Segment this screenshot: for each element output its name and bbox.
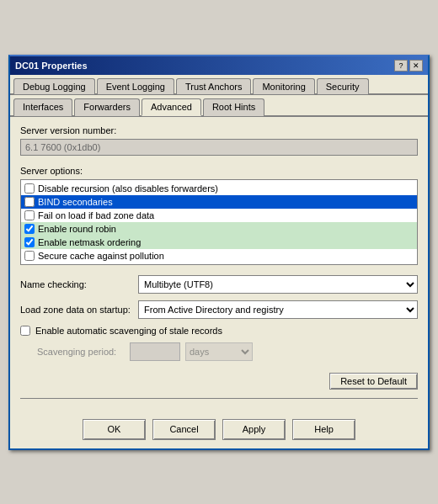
option-label-0: Disable recursion (also disables forward… [38, 183, 218, 194]
tab-event-logging[interactable]: Event Logging [97, 78, 174, 94]
divider [20, 398, 418, 399]
option-label-3: Enable round robin [38, 224, 116, 234]
option-item[interactable]: Disable recursion (also disables forward… [21, 182, 417, 195]
option-checkbox-3[interactable] [24, 224, 35, 234]
reset-to-default-button[interactable]: Reset to Default [329, 373, 418, 390]
tab-root-hints[interactable]: Root Hints [203, 98, 264, 116]
tab-trust-anchors[interactable]: Trust Anchors [176, 78, 251, 94]
tab-debug-logging[interactable]: Debug Logging [13, 78, 95, 94]
scavenging-checkbox[interactable] [20, 326, 30, 336]
tab-row-2: InterfacesForwardersAdvancedRoot Hints [10, 95, 428, 117]
option-item[interactable]: Enable round robin [21, 222, 417, 236]
properties-window: DC01 Properties ? ✕ Debug LoggingEvent L… [8, 55, 430, 450]
reset-btn-row: Reset to Default [20, 373, 418, 390]
option-checkbox-5[interactable] [24, 251, 35, 261]
option-item[interactable]: Enable netmask ordering [21, 236, 417, 249]
name-checking-row: Name checking: Multibyte (UTF8)Strict RF… [20, 275, 418, 294]
server-version-label: Server version number: [20, 125, 418, 135]
option-checkbox-1[interactable] [24, 197, 35, 207]
content-area: Server version number: 6.1 7600 (0x1db0)… [10, 117, 428, 412]
scavenging-period-label: Scavenging period: [37, 347, 130, 357]
scavenging-period-input: 0 [130, 342, 180, 361]
scavenging-period-row: Scavenging period: 0 dayshours [20, 342, 418, 361]
load-zone-label: Load zone data on startup: [20, 305, 138, 315]
close-title-button[interactable]: ✕ [409, 60, 423, 72]
option-label-5: Secure cache against pollution [38, 251, 164, 261]
title-bar-buttons: ? ✕ [394, 60, 423, 72]
tab-advanced[interactable]: Advanced [142, 98, 201, 116]
tab-row-1: Debug LoggingEvent LoggingTrust AnchorsM… [10, 75, 428, 95]
load-zone-row: Load zone data on startup: From Active D… [20, 300, 418, 319]
load-zone-select[interactable]: From Active Directory and registryFrom r… [138, 300, 418, 319]
option-label-1: BIND secondaries [38, 197, 113, 207]
option-checkbox-0[interactable] [24, 183, 35, 194]
option-label-4: Enable netmask ordering [38, 237, 141, 247]
server-version-value: 6.1 7600 (0x1db0) [20, 139, 418, 156]
tab-interfaces[interactable]: Interfaces [13, 98, 72, 116]
scavenging-period-select: dayshours [185, 342, 253, 361]
cancel-button[interactable]: Cancel [152, 419, 216, 440]
option-checkbox-2[interactable] [24, 210, 35, 220]
option-checkbox-4[interactable] [24, 237, 35, 247]
server-options-list: Disable recursion (also disables forward… [20, 179, 418, 265]
scavenging-enable-label: Enable automatic scavenging of stale rec… [35, 326, 222, 336]
option-item[interactable]: BIND secondaries [21, 195, 417, 209]
title-bar: DC01 Properties ? ✕ [10, 56, 428, 75]
bottom-buttons: OK Cancel Apply Help [10, 412, 428, 448]
tab-security[interactable]: Security [317, 78, 369, 94]
window-title: DC01 Properties [15, 61, 88, 71]
tab-forwarders[interactable]: Forwarders [74, 98, 140, 116]
scavenging-enable-row: Enable automatic scavenging of stale rec… [20, 326, 418, 336]
option-label-2: Fail on load if bad zone data [38, 210, 154, 220]
help-button[interactable]: Help [292, 419, 355, 440]
option-item[interactable]: Fail on load if bad zone data [21, 209, 417, 222]
name-checking-select[interactable]: Multibyte (UTF8)Strict RFC (ANSI)Non RFC… [138, 275, 418, 294]
help-title-button[interactable]: ? [394, 60, 408, 72]
name-checking-label: Name checking: [20, 279, 138, 289]
server-options-label: Server options: [20, 166, 418, 176]
ok-button[interactable]: OK [83, 419, 146, 440]
apply-button[interactable]: Apply [222, 419, 286, 440]
option-item[interactable]: Secure cache against pollution [21, 249, 417, 263]
tab-monitoring[interactable]: Monitoring [253, 78, 314, 94]
